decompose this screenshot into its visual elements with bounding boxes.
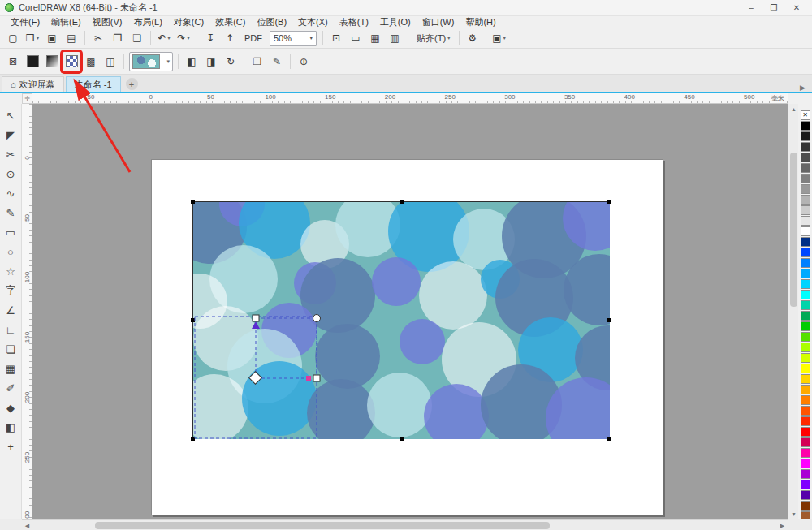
open-button[interactable]: ❒▾ [24,29,41,47]
palette-color-swatch[interactable] [801,469,810,479]
object-selection-handle[interactable] [607,200,611,204]
show-rulers-button[interactable]: ▭ [347,29,365,47]
palette-color-swatch[interactable] [801,321,810,331]
pdf-button[interactable]: PDF [240,29,266,47]
horizontal-scroll-thumb[interactable] [95,522,550,529]
palette-color-swatch[interactable] [801,480,810,489]
artistic-media-tool[interactable]: ✎ [1,203,21,222]
tab-scroll-right-icon[interactable]: ▶ [795,84,810,92]
ellipse-tool[interactable]: ○ [1,242,21,261]
mirror-tiles-horizontal-button[interactable]: ◧ [183,52,201,71]
pattern-right-scale-handle[interactable] [313,375,320,381]
zoom-tool[interactable]: ⊙ [1,164,21,183]
pattern-top-scale-handle[interactable] [253,315,259,321]
palette-color-swatch[interactable] [801,311,810,321]
mirror-tiles-vertical-button[interactable]: ◨ [202,52,220,71]
pattern-origin-handle[interactable] [249,372,262,385]
palette-color-swatch[interactable] [801,290,810,299]
interactive-fill-tool[interactable]: ◆ [1,398,21,417]
palette-color-swatch[interactable] [801,374,810,384]
transform-fill-button[interactable]: ↻ [222,52,240,71]
palette-color-swatch[interactable] [801,395,810,405]
vertical-ruler[interactable]: 050100150200250300 [22,104,32,519]
connector-tool[interactable]: ∟ [1,320,21,339]
palette-color-swatch[interactable] [801,205,810,215]
no-fill-button[interactable]: ⊠ [4,52,22,71]
cut-button[interactable]: ✂ [89,29,107,47]
undo-button[interactable]: ↶▾ [155,29,173,47]
tab-welcome-screen[interactable]: ⌂ 欢迎屏幕 [2,76,64,92]
menu-item[interactable]: 工具(O) [374,16,417,28]
palette-color-swatch[interactable] [801,131,810,141]
export-button[interactable]: ↥ [221,29,239,47]
palette-color-swatch[interactable] [801,427,810,437]
rectangle-tool[interactable]: ▭ [1,222,21,242]
crop-tool[interactable]: ✂ [1,144,21,164]
tab-document[interactable]: 未命名 -1 [66,76,121,92]
palette-color-swatch[interactable] [801,226,810,236]
eyedropper-tool[interactable]: ✐ [1,378,21,398]
freehand-tool[interactable]: ∿ [1,183,21,203]
palette-no-color-swatch[interactable]: ✕ [801,110,810,120]
scroll-right-icon[interactable]: ▶ [777,520,788,530]
pick-tool[interactable]: ↖ [1,106,21,125]
palette-color-swatch[interactable] [801,364,810,373]
text-tool[interactable]: 字 [1,281,21,300]
horizontal-ruler[interactable]: 毫米 50050100150200250300350400450500 [32,93,788,104]
palette-color-swatch[interactable] [801,121,810,131]
palette-color-swatch[interactable] [801,174,810,183]
paste-button[interactable]: ❑ [128,29,146,47]
ruler-origin-button[interactable]: ✛ [22,93,32,104]
palette-color-swatch[interactable] [801,416,810,426]
palette-color-swatch[interactable] [801,142,810,152]
uniform-fill-button[interactable] [24,52,41,71]
drawing-canvas[interactable] [32,104,788,519]
print-button[interactable]: ▤ [63,29,80,47]
polygon-tool[interactable]: ☆ [1,261,21,281]
menu-item[interactable]: 窗口(W) [417,16,460,28]
palette-color-swatch[interactable] [801,437,810,447]
save-button[interactable]: ▣ [43,29,61,47]
pattern-rotate-handle[interactable] [313,315,321,322]
palette-color-swatch[interactable] [801,184,810,194]
object-selection-handle[interactable] [400,200,404,204]
mesh-fill-tool[interactable]: ▦ [1,359,21,378]
menu-item[interactable]: 位图(B) [251,16,292,28]
palette-color-swatch[interactable] [801,248,810,257]
menu-item[interactable]: 编辑(E) [45,16,87,28]
fullscreen-preview-button[interactable]: ⊡ [327,29,345,47]
palette-color-swatch[interactable] [801,216,810,226]
palette-color-swatch[interactable] [801,269,810,278]
menu-item[interactable]: 效果(C) [209,16,251,28]
palette-color-swatch[interactable] [801,279,810,289]
vertical-scroll-thumb[interactable] [790,153,797,307]
menu-item[interactable]: 视图(V) [87,16,128,28]
maximize-button[interactable]: ❐ [763,1,784,15]
object-selection-handle[interactable] [400,437,404,441]
copy-fill-button[interactable]: ❐ [248,52,266,71]
menu-item[interactable]: 布局(L) [127,16,167,28]
launcher-dropdown[interactable]: ▣▾ [490,29,508,47]
drop-shadow-tool[interactable]: ❏ [1,339,21,359]
snap-to-dropdown[interactable]: 贴齐(T)▾ [412,29,455,47]
vertical-scrollbar[interactable]: ▲ ▼ [788,104,798,519]
pattern-skew-handle[interactable] [306,376,311,381]
menu-item[interactable]: 表格(T) [334,16,374,28]
show-guidelines-button[interactable]: ▥ [386,29,404,47]
scroll-left-icon[interactable]: ◀ [22,520,32,530]
close-button[interactable]: ✕ [786,1,807,15]
object-selection-handle[interactable] [607,318,611,322]
customize-toolbox-button[interactable]: + [1,437,21,456]
palette-color-swatch[interactable] [801,490,810,500]
vector-pattern-fill-button[interactable] [63,52,80,71]
palette-color-swatch[interactable] [801,153,810,162]
palette-color-swatch[interactable] [801,258,810,268]
import-button[interactable]: ↧ [201,29,219,47]
copy-button[interactable]: ❐ [109,29,127,47]
menu-item[interactable]: 文本(X) [292,16,334,28]
options-button[interactable]: ⚙ [464,29,482,47]
palette-color-swatch[interactable] [801,501,810,511]
palette-color-swatch[interactable] [801,448,810,458]
palette-color-swatch[interactable] [801,385,810,394]
palette-color-swatch[interactable] [801,406,810,416]
